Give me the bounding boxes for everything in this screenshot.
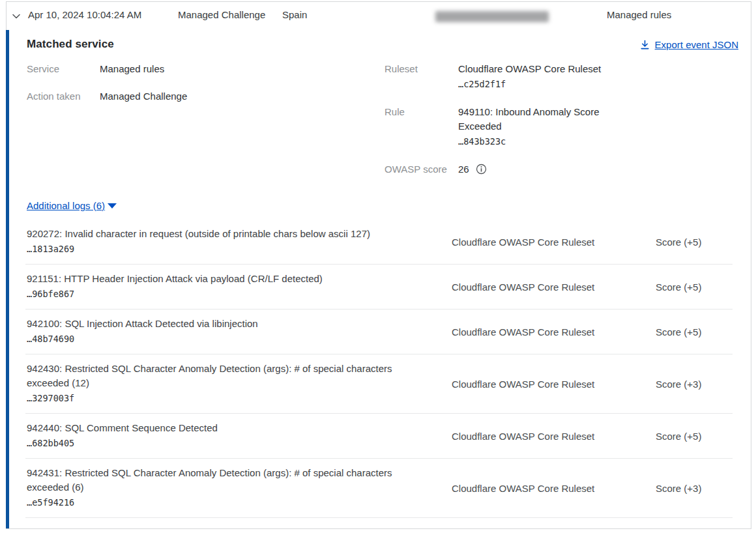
log-ruleset: Cloudflare OWASP Core Ruleset	[452, 431, 615, 442]
event-detail-panel: Matched service Export event JSON Servic…	[6, 30, 751, 528]
fields-column-right: Ruleset Cloudflare OWASP Core Ruleset …c…	[385, 62, 615, 190]
ruleset-field: Ruleset Cloudflare OWASP Core Ruleset …c…	[385, 62, 615, 92]
service-field: Service Managed rules	[27, 62, 187, 76]
event-summary-row[interactable]: Apr 10, 2024 10:04:24 AM Managed Challen…	[7, 2, 751, 30]
info-icon	[476, 164, 487, 175]
log-rule-id: …1813a269	[27, 241, 413, 257]
service-value: Managed rules	[100, 62, 164, 76]
action-taken-field: Action taken Managed Challenge	[27, 89, 187, 104]
log-row: 942431: Restricted SQL Character Anomaly…	[25, 459, 733, 518]
owasp-score-block: 26	[458, 162, 615, 177]
export-event-json-link[interactable]: Export event JSON	[640, 39, 738, 50]
log-row: 942440: SQL Comment Sequence Detected …6…	[25, 414, 733, 459]
log-description: 942440: SQL Comment Sequence Detected	[27, 421, 413, 435]
log-ruleset: Cloudflare OWASP Core Ruleset	[452, 483, 615, 494]
owasp-score-info-button[interactable]	[476, 164, 487, 175]
rule-value-block: 949110: Inbound Anomaly Score Exceeded ……	[458, 105, 615, 149]
log-ruleset: Cloudflare OWASP Core Ruleset	[452, 281, 615, 293]
additional-logs-table: 920272: Invalid character in request (ou…	[25, 220, 733, 518]
event-country: Spain	[282, 9, 307, 20]
ruleset-label: Ruleset	[385, 62, 458, 92]
event-action: Managed Challenge	[178, 9, 265, 20]
additional-logs-label: Additional logs (6)	[27, 200, 105, 211]
matched-service-fields: Service Managed rules Action taken Manag…	[9, 62, 751, 200]
log-ruleset: Cloudflare OWASP Core Ruleset	[452, 237, 615, 248]
log-score: Score (+5)	[656, 281, 733, 293]
log-rule-id: …682bb405	[27, 435, 413, 451]
owasp-score-field: OWASP score 26	[385, 162, 615, 177]
log-score: Score (+3)	[656, 483, 733, 494]
log-row: 942430: Restricted SQL Character Anomaly…	[25, 354, 733, 414]
log-score: Score (+5)	[656, 326, 733, 338]
log-score: Score (+5)	[656, 431, 733, 442]
chevron-down-icon	[10, 10, 22, 22]
log-description: 920272: Invalid character in request (ou…	[27, 227, 413, 241]
log-description: 942430: Restricted SQL Character Anomaly…	[27, 362, 413, 390]
redacted-value	[435, 11, 549, 22]
log-rule-id: …96bfe867	[27, 286, 413, 302]
event-service: Managed rules	[607, 9, 671, 20]
log-score: Score (+5)	[656, 237, 733, 248]
rule-id: …843b323c	[458, 134, 615, 149]
ruleset-name: Cloudflare OWASP Core Ruleset	[458, 62, 615, 76]
log-row: 921151: HTTP Header Injection Attack via…	[25, 265, 733, 310]
log-row: 942100: SQL Injection Attack Detected vi…	[25, 310, 733, 354]
log-rule-id: …e5f94216	[27, 495, 413, 510]
export-link-label: Export event JSON	[655, 39, 738, 50]
rule-name: 949110: Inbound Anomaly Score Exceeded	[458, 105, 615, 134]
rule-label: Rule	[385, 105, 458, 149]
owasp-score-value: 26	[458, 162, 469, 177]
triangle-down-icon	[108, 203, 117, 209]
log-rule-id: …3297003f	[27, 390, 413, 406]
ruleset-value-block: Cloudflare OWASP Core Ruleset …c25d2f1f	[458, 62, 615, 92]
log-score: Score (+3)	[656, 379, 733, 390]
log-description: 921151: HTTP Header Injection Attack via…	[27, 272, 413, 286]
log-ruleset: Cloudflare OWASP Core Ruleset	[452, 379, 615, 390]
log-description: 942100: SQL Injection Attack Detected vi…	[27, 317, 413, 331]
action-taken-label: Action taken	[27, 89, 100, 104]
service-label: Service	[27, 62, 100, 76]
event-row-container: Apr 10, 2024 10:04:24 AM Managed Challen…	[6, 1, 751, 529]
log-ruleset: Cloudflare OWASP Core Ruleset	[452, 326, 615, 338]
rule-field: Rule 949110: Inbound Anomaly Score Excee…	[385, 105, 615, 149]
collapse-row-button[interactable]	[10, 10, 22, 22]
owasp-score-label: OWASP score	[385, 162, 458, 177]
additional-logs-toggle[interactable]: Additional logs (6)	[27, 200, 117, 211]
download-icon	[640, 40, 650, 50]
ruleset-id: …c25d2f1f	[458, 76, 615, 92]
log-rule-id: …48b74690	[27, 331, 413, 347]
fields-column-left: Service Managed rules Action taken Manag…	[27, 62, 187, 117]
log-description: 942431: Restricted SQL Character Anomaly…	[27, 466, 413, 495]
log-row: 920272: Invalid character in request (ou…	[25, 220, 733, 265]
event-timestamp: Apr 10, 2024 10:04:24 AM	[28, 9, 141, 20]
action-taken-value: Managed Challenge	[100, 89, 187, 104]
